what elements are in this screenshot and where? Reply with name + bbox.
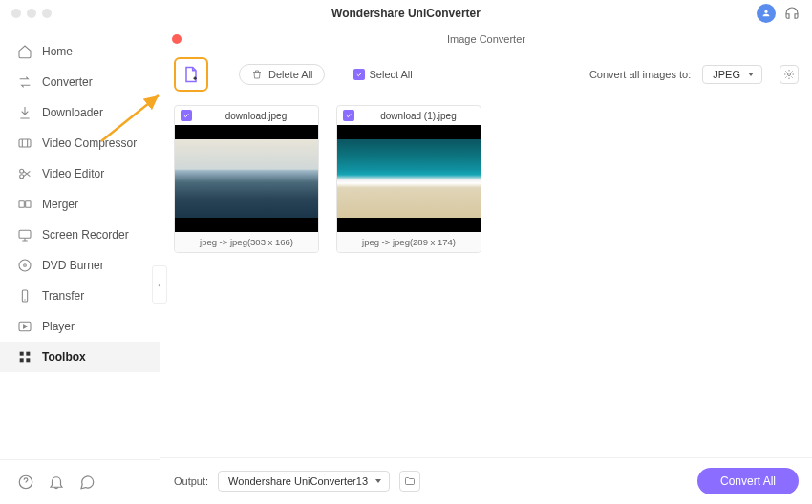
sidebar-bottom bbox=[0, 459, 160, 504]
compressor-icon bbox=[17, 136, 32, 151]
image-grid: download.jpeg jpeg -> jpeg(303 x 166) do… bbox=[160, 101, 812, 457]
select-all-checkbox[interactable]: Select All bbox=[353, 69, 412, 80]
svg-point-2 bbox=[20, 175, 24, 178]
account-avatar[interactable] bbox=[757, 4, 776, 23]
trash-icon bbox=[251, 69, 263, 80]
dvd-icon bbox=[17, 258, 32, 273]
convert-to-label: Convert all images to: bbox=[589, 69, 691, 80]
card-thumbnail bbox=[337, 125, 481, 232]
convert-all-button[interactable]: Convert All bbox=[697, 468, 799, 494]
sidebar-item-screen-recorder[interactable]: Screen Recorder bbox=[0, 220, 160, 250]
sidebar-item-converter[interactable]: Converter bbox=[0, 67, 160, 97]
titlebar: Wondershare UniConverter bbox=[0, 0, 812, 27]
bottombar: Output: Wondershare UniConverter13 Conve… bbox=[160, 457, 812, 504]
sidebar-item-label: Video Compressor bbox=[42, 136, 137, 150]
sidebar-item-label: Screen Recorder bbox=[42, 228, 129, 242]
output-settings-button[interactable] bbox=[780, 65, 799, 84]
help-icon[interactable] bbox=[17, 473, 34, 491]
card-checkbox[interactable] bbox=[181, 110, 192, 121]
format-select-value: JPEG bbox=[713, 69, 740, 80]
svg-rect-13 bbox=[26, 358, 30, 362]
sidebar-item-downloader[interactable]: Downloader bbox=[0, 97, 160, 128]
sidebar-item-video-editor[interactable]: Video Editor bbox=[0, 158, 160, 189]
sidebar-item-label: Transfer bbox=[42, 289, 84, 303]
checkbox-icon bbox=[353, 69, 365, 80]
sidebar-item-label: DVD Burner bbox=[42, 259, 104, 272]
sidebar-item-dvd-burner[interactable]: DVD Burner bbox=[0, 250, 160, 281]
card-checkbox[interactable] bbox=[343, 110, 354, 121]
output-label: Output: bbox=[174, 475, 208, 487]
card-conversion-info: jpeg -> jpeg(289 x 174) bbox=[337, 232, 481, 252]
converter-icon bbox=[17, 74, 32, 90]
image-card[interactable]: download (1).jpeg jpeg -> jpeg(289 x 174… bbox=[336, 105, 481, 253]
svg-point-15 bbox=[788, 74, 791, 76]
svg-point-1 bbox=[20, 169, 24, 173]
merger-icon bbox=[17, 197, 32, 212]
sidebar-item-label: Video Editor bbox=[42, 167, 104, 180]
svg-point-6 bbox=[19, 260, 31, 271]
format-select[interactable]: JPEG bbox=[702, 65, 762, 84]
window-controls bbox=[11, 9, 52, 18]
sidebar-item-video-compressor[interactable]: Video Compressor bbox=[0, 128, 160, 158]
player-icon bbox=[17, 319, 32, 334]
svg-rect-5 bbox=[19, 230, 31, 238]
app-title: Wondershare UniConverter bbox=[331, 7, 481, 20]
window-minimize-dot[interactable] bbox=[27, 9, 36, 18]
card-filename: download (1).jpeg bbox=[362, 111, 475, 121]
svg-rect-3 bbox=[19, 201, 24, 208]
card-filename: download.jpeg bbox=[200, 111, 312, 121]
sidebar: Home Converter Downloader Video Compress… bbox=[0, 27, 160, 504]
output-path-value: Wondershare UniConverter13 bbox=[228, 475, 368, 487]
sidebar-item-home[interactable]: Home bbox=[0, 36, 160, 67]
select-all-label: Select All bbox=[369, 69, 412, 80]
sidebar-item-label: Toolbox bbox=[42, 350, 86, 364]
convert-all-label: Convert All bbox=[720, 474, 776, 488]
support-icon[interactable] bbox=[783, 5, 801, 22]
home-icon bbox=[17, 44, 32, 59]
output-path-select[interactable]: Wondershare UniConverter13 bbox=[218, 471, 390, 492]
sidebar-item-player[interactable]: Player bbox=[0, 311, 160, 342]
sidebar-item-transfer[interactable]: Transfer bbox=[0, 281, 160, 311]
transfer-icon bbox=[17, 288, 32, 304]
window-close-dot[interactable] bbox=[11, 9, 21, 18]
notifications-icon[interactable] bbox=[48, 473, 65, 491]
toolbar: Delete All Select All Convert all images… bbox=[160, 52, 812, 101]
sidebar-item-label: Player bbox=[42, 320, 75, 333]
toolbox-icon bbox=[17, 349, 32, 365]
open-folder-button[interactable] bbox=[399, 471, 420, 492]
sidebar-item-label: Converter bbox=[42, 75, 93, 89]
svg-rect-0 bbox=[19, 139, 31, 147]
card-thumbnail bbox=[175, 125, 318, 232]
sidebar-item-label: Merger bbox=[42, 198, 78, 211]
screen-recorder-icon bbox=[17, 227, 32, 242]
svg-rect-10 bbox=[20, 352, 24, 356]
panel-header: Image Converter bbox=[160, 27, 812, 52]
panel-title: Image Converter bbox=[447, 33, 525, 45]
svg-point-7 bbox=[24, 264, 27, 267]
svg-rect-4 bbox=[26, 201, 31, 208]
image-card[interactable]: download.jpeg jpeg -> jpeg(303 x 166) bbox=[174, 105, 319, 253]
panel-close-dot[interactable] bbox=[172, 34, 182, 44]
delete-all-button[interactable]: Delete All bbox=[239, 64, 325, 85]
downloader-icon bbox=[17, 105, 32, 120]
card-conversion-info: jpeg -> jpeg(303 x 166) bbox=[175, 232, 318, 252]
svg-rect-12 bbox=[20, 358, 24, 362]
sidebar-item-label: Downloader bbox=[42, 106, 103, 119]
panel: Image Converter Delete All Select All Co… bbox=[160, 27, 812, 504]
window-maximize-dot[interactable] bbox=[42, 9, 52, 18]
sidebar-item-toolbox[interactable]: Toolbox bbox=[0, 342, 160, 372]
svg-rect-11 bbox=[26, 352, 30, 356]
sidebar-item-merger[interactable]: Merger bbox=[0, 189, 160, 220]
sidebar-item-label: Home bbox=[42, 45, 73, 58]
editor-icon bbox=[17, 166, 32, 181]
add-file-button[interactable] bbox=[174, 57, 208, 92]
feedback-icon[interactable] bbox=[78, 473, 96, 491]
delete-all-label: Delete All bbox=[268, 69, 312, 80]
